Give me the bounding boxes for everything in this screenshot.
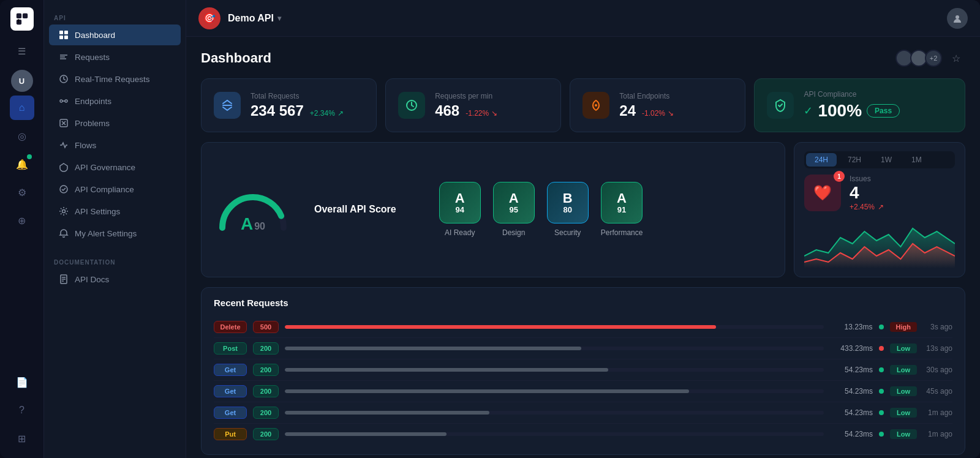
help-rail-icon[interactable]: ?: [10, 398, 34, 422]
status-badge: 200: [253, 407, 279, 419]
score-label-inside: A 90: [241, 216, 265, 233]
priority-badge: Low: [890, 344, 917, 353]
compliance-icon: [767, 92, 794, 119]
settings-rail-icon[interactable]: ⚙: [10, 180, 34, 205]
status-badge: 200: [253, 342, 279, 355]
analytics-rail-icon[interactable]: ◎: [10, 124, 34, 148]
stat-info-total-requests: Total Requests 234 567 +2.34% ↗: [251, 92, 364, 119]
request-time: 13.23ms: [830, 323, 873, 331]
request-time: 54.23ms: [830, 366, 873, 374]
method-badge: Get: [214, 407, 247, 419]
request-bar: [285, 368, 608, 372]
request-time: 433.23ms: [830, 344, 873, 353]
svg-rect-1: [22, 13, 27, 18]
collaborators-more[interactable]: +2: [925, 50, 942, 67]
dashboard-title: Dashboard: [201, 50, 895, 66]
sidebar-item-endpoints[interactable]: Endpoints: [49, 91, 181, 111]
svg-rect-4: [59, 31, 63, 34]
time-btn-24h[interactable]: 24H: [806, 153, 837, 167]
method-badge: Get: [214, 385, 247, 397]
request-ago: 3s ago: [923, 323, 952, 331]
api-icon: 🎯: [198, 7, 221, 29]
request-bar-wrap: [285, 432, 824, 436]
svg-rect-7: [64, 36, 68, 39]
sidebar-item-apisettings[interactable]: API Settings: [49, 201, 181, 222]
svg-point-16: [62, 210, 66, 213]
favorite-button[interactable]: ☆: [947, 49, 965, 67]
issues-heart-icon: ❤️ 1: [804, 175, 841, 211]
stat-card-total-requests: Total Requests 234 567 +2.34% ↗: [201, 78, 377, 132]
user-avatar-rail[interactable]: U: [11, 70, 33, 92]
method-badge: Get: [214, 364, 247, 376]
request-bar: [285, 411, 489, 415]
sidebar-item-requests[interactable]: Requests: [49, 47, 181, 67]
sidebar-toggle-icon[interactable]: ☰: [10, 39, 34, 64]
score-badge-design: A 95 Design: [493, 182, 535, 237]
request-bar-wrap: [285, 389, 824, 393]
total-requests-icon: [214, 92, 241, 119]
priority-badge: Low: [890, 386, 917, 396]
header-avatars: +2: [895, 50, 942, 67]
method-badge: Post: [214, 342, 247, 355]
user-avatar-top[interactable]: [947, 8, 968, 29]
sidebar-item-dashboard[interactable]: Dashboard: [49, 24, 181, 45]
score-card: A 90 Overall API Score A 94: [201, 142, 785, 277]
sidebar-item-problems[interactable]: Problems: [49, 113, 181, 133]
stat-info-total-endpoints: Total Endpoints 24 -1.02% ↘: [619, 92, 733, 119]
time-btn-1w[interactable]: 1W: [872, 153, 900, 167]
icon-rail: t ☰ U ⌂ ◎ 🔔 ⚙ ⊕ 📄 ? ⊞: [0, 0, 44, 458]
request-bar-wrap: [285, 325, 824, 329]
recent-requests-title: Recent Requests: [214, 298, 952, 308]
request-row: Get 200 54.23ms Low 1m ago: [214, 402, 952, 424]
security-badge: B 80: [547, 182, 589, 223]
sidebar-item-alerts[interactable]: My Alert Settings: [49, 223, 181, 244]
request-ago: 45s ago: [923, 387, 952, 396]
score-badge-security: B 80 Security: [547, 182, 589, 237]
stats-row: Total Requests 234 567 +2.34% ↗: [201, 78, 965, 132]
stat-card-compliance: API Compliance ✓ 100% Pass: [754, 78, 965, 132]
grid-rail-icon[interactable]: ⊞: [10, 426, 34, 451]
request-dot: [879, 367, 884, 372]
request-dot: [879, 410, 884, 415]
sidebar-item-governance[interactable]: API Governance: [49, 157, 181, 178]
request-bar: [285, 325, 716, 329]
time-btn-72h[interactable]: 72H: [839, 153, 870, 167]
request-row: Put 200 54.23ms Low 1m ago: [214, 424, 952, 445]
score-title: Overall API Score: [314, 204, 396, 215]
add-rail-icon[interactable]: ⊕: [10, 208, 34, 233]
status-badge: 200: [253, 385, 279, 397]
priority-badge: Low: [890, 429, 917, 439]
request-time: 54.23ms: [830, 430, 873, 438]
request-dot: [879, 432, 884, 437]
status-badge: 200: [253, 428, 279, 440]
status-badge: 200: [253, 364, 279, 376]
sidebar-item-compliance[interactable]: API Compliance: [49, 179, 181, 200]
api-dropdown-chevron[interactable]: ▾: [277, 14, 281, 23]
sidebar-item-docs[interactable]: API Docs: [49, 269, 181, 290]
score-badges: A 94 AI Ready A 95 Design: [439, 182, 770, 237]
sidebar-item-realtime[interactable]: Real-Time Requests: [49, 69, 181, 89]
request-bar: [285, 432, 447, 436]
docs-section-label: DOCUMENTATION: [44, 254, 186, 268]
request-dot: [879, 346, 884, 351]
issues-info: Issues 4 +2.45% ↗: [850, 175, 884, 211]
request-ago: 30s ago: [923, 366, 952, 374]
sidebar-item-flows[interactable]: Flows: [49, 135, 181, 156]
time-btn-1m[interactable]: 1M: [903, 153, 930, 167]
request-ago: 1m ago: [923, 430, 952, 438]
sparkline-chart: [804, 219, 955, 268]
svg-point-10: [65, 100, 67, 102]
svg-point-9: [60, 100, 62, 102]
home-rail-icon[interactable]: ⌂: [10, 96, 34, 120]
document-rail-icon[interactable]: 📄: [10, 370, 34, 394]
priority-badge: Low: [890, 365, 917, 375]
app-logo[interactable]: t: [10, 7, 34, 31]
request-row: Get 200 54.23ms Low 30s ago: [214, 359, 952, 381]
request-bar-wrap: [285, 368, 824, 372]
bell-rail-icon[interactable]: 🔔: [10, 152, 34, 176]
request-ago: 1m ago: [923, 408, 952, 417]
request-row: Post 200 433.23ms Low 13s ago: [214, 338, 952, 359]
request-time: 54.23ms: [830, 408, 873, 417]
stat-info-compliance: API Compliance ✓ 100% Pass: [804, 90, 952, 121]
total-endpoints-icon: [582, 92, 609, 119]
